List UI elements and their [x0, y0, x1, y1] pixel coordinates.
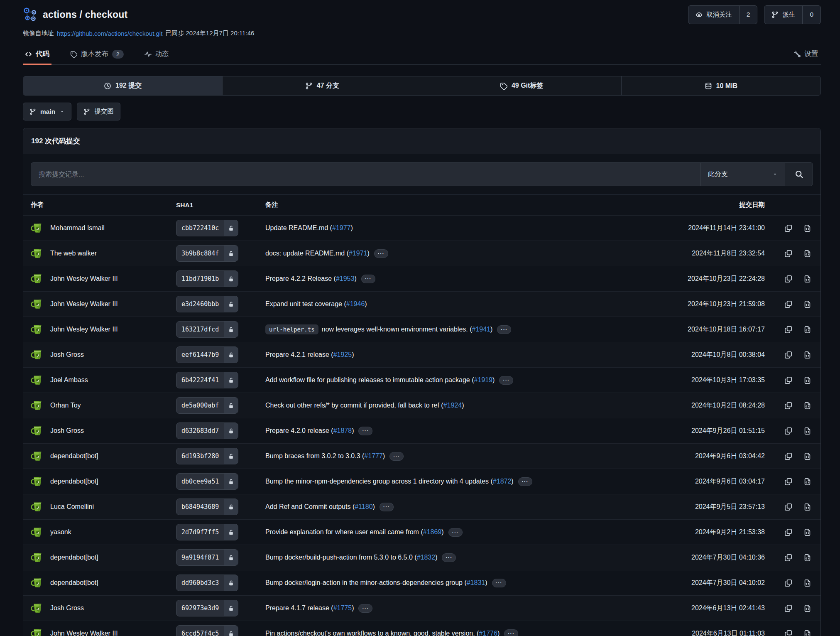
commit-sha-button[interactable]: 163217dfcd	[176, 321, 238, 338]
copy-sha-button[interactable]	[784, 351, 792, 359]
author-name[interactable]: The web walker	[50, 250, 97, 257]
issue-link[interactable]: #1832	[417, 554, 436, 561]
tab-activity[interactable]: 动态	[142, 44, 171, 64]
issue-link[interactable]: #1946	[346, 300, 365, 308]
commit-message-link[interactable]: Update README.md (	[265, 224, 332, 232]
browse-source-button[interactable]	[803, 427, 811, 435]
author-name[interactable]: Luca Comellini	[50, 503, 94, 511]
author-name[interactable]: John Wesley Walker III	[50, 300, 118, 308]
issue-link[interactable]: #1831	[467, 579, 485, 587]
repo-name-link[interactable]: checkout	[85, 9, 128, 20]
copy-sha-button[interactable]	[784, 528, 792, 536]
expand-button[interactable]: ···	[389, 452, 404, 461]
commit-sha-button[interactable]: 6ccd57f4c5	[176, 625, 238, 636]
author-name[interactable]: Josh Gross	[50, 351, 84, 359]
commit-sha-button[interactable]: eef61447b9	[176, 346, 238, 363]
watchers-count[interactable]: 2	[739, 6, 757, 24]
copy-sha-button[interactable]	[784, 427, 792, 435]
commit-message-link[interactable]: now leverages well-known environment var…	[322, 326, 472, 333]
author-name[interactable]: John Wesley Walker III	[50, 326, 118, 333]
copy-sha-button[interactable]	[784, 300, 792, 308]
issue-link[interactable]: #1869	[423, 528, 442, 536]
author-name[interactable]: dependabot[bot]	[50, 452, 98, 460]
tab-releases[interactable]: 版本发布 2	[68, 44, 126, 64]
browse-source-button[interactable]	[803, 554, 811, 562]
browse-source-button[interactable]	[803, 250, 811, 258]
unwatch-button[interactable]: 取消关注 2	[688, 5, 758, 24]
expand-button[interactable]: ···	[492, 579, 506, 587]
commit-message-link[interactable]: Provide explanation for where user email…	[265, 528, 423, 536]
author-name[interactable]: John Wesley Walker III	[50, 630, 118, 636]
issue-link[interactable]: #1919	[474, 376, 492, 384]
expand-button[interactable]: ···	[358, 604, 372, 613]
expand-button[interactable]: ···	[380, 503, 394, 511]
copy-sha-button[interactable]	[784, 275, 792, 283]
browse-source-button[interactable]	[803, 630, 811, 636]
author-name[interactable]: dependabot[bot]	[50, 478, 98, 485]
copy-sha-button[interactable]	[784, 224, 792, 232]
copy-sha-button[interactable]	[784, 630, 792, 636]
author-name[interactable]: yasonk	[50, 528, 71, 536]
commit-message-link[interactable]: Prepare 4.2.0 release (	[265, 427, 333, 435]
copy-sha-button[interactable]	[784, 579, 792, 587]
commit-message-link[interactable]: Prepare 4.2.2 Release (	[265, 275, 336, 282]
browse-source-button[interactable]	[803, 326, 811, 334]
branch-selector[interactable]: main	[23, 103, 71, 120]
browse-source-button[interactable]	[803, 300, 811, 308]
commit-message-link[interactable]: Expand unit test coverage (	[265, 300, 346, 308]
browse-source-button[interactable]	[803, 376, 811, 384]
expand-button[interactable]: ···	[442, 553, 456, 562]
author-name[interactable]: John Wesley Walker III	[50, 275, 118, 282]
browse-source-button[interactable]	[803, 528, 811, 536]
commit-message-link[interactable]: Bump braces from 3.0.2 to 3.0.3 (	[265, 452, 364, 460]
issue-link[interactable]: #1775	[333, 604, 352, 612]
commit-sha-button[interactable]: d632683dd7	[176, 422, 238, 439]
copy-sha-button[interactable]	[784, 554, 792, 562]
issue-link[interactable]: #1878	[333, 427, 352, 435]
author-name[interactable]: dependabot[bot]	[50, 579, 98, 587]
commit-sha-button[interactable]: 2d7d9f7ff5	[176, 524, 238, 540]
issue-link[interactable]: #1872	[493, 478, 512, 485]
stats-size[interactable]: 10 MiB	[621, 76, 820, 95]
browse-source-button[interactable]	[803, 579, 811, 587]
browse-source-button[interactable]	[803, 478, 811, 486]
expand-button[interactable]: ···	[504, 629, 518, 636]
commit-message-link[interactable]: Bump docker/build-push-action from 5.3.0…	[265, 554, 417, 561]
issue-link[interactable]: #1941	[472, 326, 491, 333]
commit-message-link[interactable]: Check out other refs/* by commit if prov…	[265, 402, 443, 409]
search-button[interactable]	[785, 163, 813, 186]
issue-link[interactable]: #1777	[364, 452, 383, 460]
author-name[interactable]: dependabot[bot]	[50, 554, 98, 561]
commit-message-link[interactable]: Bump docker/login-action in the minor-ac…	[265, 579, 467, 587]
commit-sha-button[interactable]: 6d193bf280	[176, 448, 238, 464]
forks-count[interactable]: 0	[802, 6, 820, 24]
browse-source-button[interactable]	[803, 402, 811, 410]
copy-sha-button[interactable]	[784, 250, 792, 258]
commit-message-link[interactable]: Prepare 4.1.7 release (	[265, 604, 333, 612]
commit-graph-button[interactable]: 提交图	[77, 103, 120, 120]
commit-sha-button[interactable]: cbb722410c	[176, 220, 238, 236]
browse-source-button[interactable]	[803, 351, 811, 359]
commit-message-link[interactable]: docs: update README.md (	[265, 250, 349, 257]
issue-link[interactable]: #1776	[479, 630, 497, 636]
author-name[interactable]: Orhan Toy	[50, 402, 81, 409]
browse-source-button[interactable]	[803, 604, 811, 612]
stats-commits[interactable]: 192 提交	[23, 76, 222, 95]
browse-source-button[interactable]	[803, 224, 811, 232]
commit-sha-button[interactable]: de5a000abf	[176, 397, 238, 414]
commit-message-link[interactable]: Prepare 4.2.1 release (	[265, 351, 333, 359]
browse-source-button[interactable]	[803, 275, 811, 283]
mirror-url-link[interactable]: https://github.com/actions/checkout.git	[57, 30, 162, 37]
expand-button[interactable]: ···	[497, 325, 511, 334]
expand-button[interactable]: ···	[448, 528, 463, 537]
commit-sha-button[interactable]: e3d2460bbb	[176, 296, 238, 312]
author-name[interactable]: Josh Gross	[50, 427, 84, 435]
commit-sha-button[interactable]: 11bd71901b	[176, 270, 238, 287]
issue-link[interactable]: #1953	[336, 275, 355, 282]
author-name[interactable]: Joel Ambass	[50, 376, 88, 384]
search-commits-input[interactable]	[31, 163, 700, 186]
copy-sha-button[interactable]	[784, 376, 792, 384]
issue-link[interactable]: #1977	[332, 224, 351, 232]
author-name[interactable]: Josh Gross	[50, 604, 84, 612]
branch-filter-dropdown[interactable]: 此分支	[700, 163, 785, 186]
